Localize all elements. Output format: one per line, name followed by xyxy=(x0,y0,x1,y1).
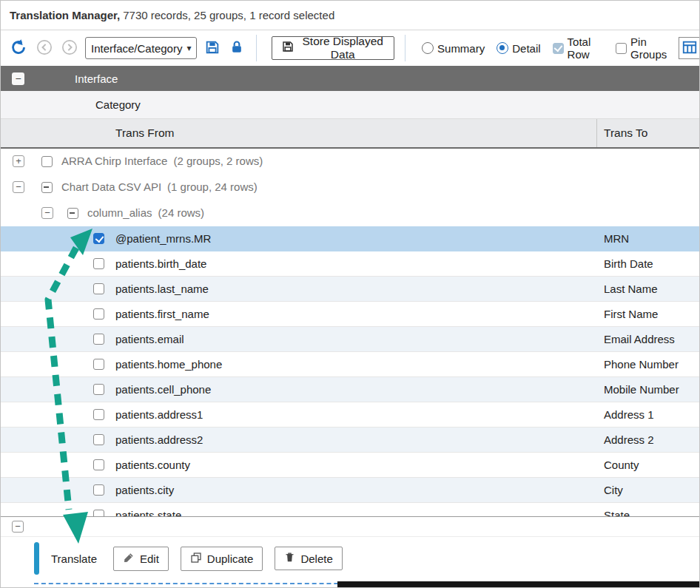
trans-to-cell: City xyxy=(604,484,623,496)
row-checkbox[interactable] xyxy=(93,484,104,496)
group-checkbox[interactable] xyxy=(41,156,53,167)
interface-collapse-toggle[interactable]: − xyxy=(12,72,24,85)
trans-to-cell: Address 1 xyxy=(604,408,654,421)
table-row[interactable]: patients.county County xyxy=(1,453,699,478)
trans-from-cell: patients.county xyxy=(115,459,190,471)
row-checkbox[interactable] xyxy=(93,459,104,470)
group-row-arra-chirp[interactable]: + ARRA Chirp Interface(2 groups, 2 rows) xyxy=(1,149,699,175)
table-grid-icon xyxy=(682,39,698,58)
table-row[interactable]: patients.last_name Last Name xyxy=(1,277,699,302)
footer-collapse-bar: − xyxy=(1,516,699,537)
store-button-label: Store Displayed Data xyxy=(300,35,385,61)
group-meta: (2 groups, 2 rows) xyxy=(173,155,263,167)
table-row[interactable]: patients.cell_phone Mobile Number xyxy=(1,377,699,402)
trans-to-cell: MRN xyxy=(604,232,629,245)
save-button[interactable] xyxy=(203,38,222,59)
trans-from-cell: patients.state xyxy=(115,509,181,516)
undo-button[interactable] xyxy=(8,37,29,60)
group-meta: (1 group, 24 rows) xyxy=(167,180,258,193)
app-title: Translation Manager, xyxy=(10,9,120,21)
group-checkbox-indeterminate[interactable] xyxy=(41,182,53,193)
collapse-toggle-icon[interactable]: − xyxy=(41,207,53,219)
row-checkbox[interactable] xyxy=(93,409,104,420)
row-checkbox[interactable] xyxy=(93,334,104,345)
row-checkbox[interactable] xyxy=(93,308,104,320)
total-row-checkbox[interactable]: Total Row xyxy=(553,36,605,61)
view-mode-value: Interface/Category xyxy=(91,42,182,55)
trans-from-cell: patients.address1 xyxy=(115,408,203,421)
trans-from-cell: patients.last_name xyxy=(115,283,209,295)
trans-to-cell: Address 2 xyxy=(604,433,654,446)
checkbox-checked-icon xyxy=(553,43,564,54)
store-displayed-data-button[interactable]: Store Displayed Data xyxy=(272,36,394,60)
group-checkbox-indeterminate[interactable] xyxy=(67,208,78,219)
expand-toggle-icon[interactable]: + xyxy=(13,155,24,167)
back-button[interactable] xyxy=(35,38,54,59)
group-row-chart-data-csv-api[interactable]: − Chart Data CSV API(1 group, 24 rows) xyxy=(1,175,699,200)
detail-radio[interactable]: Detail xyxy=(497,42,540,55)
trans-to-cell: Phone Number xyxy=(604,358,679,371)
trans-to-cell: Last Name xyxy=(604,283,658,295)
table-layout-button[interactable] xyxy=(679,37,700,59)
footer-collapse-toggle[interactable]: − xyxy=(12,521,24,533)
forward-button[interactable] xyxy=(60,38,79,59)
trans-to-cell: First Name xyxy=(604,308,658,320)
row-checkbox-checked[interactable] xyxy=(93,233,104,244)
col-header-trans-to[interactable]: Trans To xyxy=(604,126,647,140)
row-checkbox[interactable] xyxy=(93,434,104,445)
collapse-toggle-icon[interactable]: − xyxy=(13,181,24,193)
row-checkbox[interactable] xyxy=(93,384,104,395)
back-icon xyxy=(36,39,53,58)
category-group-header: Category xyxy=(1,91,699,119)
edit-button[interactable]: Edit xyxy=(113,547,169,571)
row-checkbox[interactable] xyxy=(93,359,104,370)
trans-to-cell: Mobile Number xyxy=(604,383,679,396)
interface-group-header: − Interface xyxy=(1,66,699,91)
table-row[interactable]: patients.first_name First Name xyxy=(1,302,699,327)
lock-button[interactable] xyxy=(228,38,246,58)
radio-icon xyxy=(422,42,434,54)
column-divider xyxy=(596,119,597,147)
toolbar-separator xyxy=(405,35,405,61)
trans-to-cell: Birth Date xyxy=(604,257,653,270)
translate-panel-label: Translate xyxy=(51,552,97,565)
table-row[interactable]: patients.state State xyxy=(1,503,699,516)
row-checkbox[interactable] xyxy=(93,283,104,294)
group-row-column-alias[interactable]: − column_alias(24 rows) xyxy=(1,200,699,226)
group-label: column_alias xyxy=(87,206,152,219)
delete-button[interactable]: Delete xyxy=(275,547,342,570)
view-mode-select[interactable]: Interface/Category ▾ xyxy=(85,37,197,59)
trans-from-cell: patients.cell_phone xyxy=(115,383,211,396)
toolbar-separator xyxy=(256,35,257,61)
trash-icon xyxy=(284,552,295,565)
table-row[interactable]: patients.email Email Address xyxy=(1,327,699,352)
col-header-trans-from[interactable]: Trans From xyxy=(115,126,175,140)
row-checkbox[interactable] xyxy=(93,258,104,269)
table-row[interactable]: patients.address1 Address 1 xyxy=(1,402,699,428)
group-label: Chart Data CSV API xyxy=(61,180,161,193)
translate-panel: Translate Edit Duplicate Delete xyxy=(34,537,360,584)
group-meta: (24 rows) xyxy=(158,206,205,219)
trans-from-cell: patients.email xyxy=(115,333,184,345)
toolbar: Interface/Category ▾ Store Displayed Dat… xyxy=(1,30,699,66)
trans-to-cell: Email Address xyxy=(604,333,675,345)
table-row[interactable]: patients.address2 Address 2 xyxy=(1,428,699,453)
table-row[interactable]: patients.city City xyxy=(1,478,699,503)
table-row[interactable]: patients.home_phone Phone Number xyxy=(1,352,699,377)
table-row[interactable]: patients.birth_date Birth Date xyxy=(1,251,699,277)
radio-selected-icon xyxy=(497,42,508,54)
undo-icon xyxy=(10,38,27,58)
trans-from-cell: @patient_mrns.MR xyxy=(115,232,211,245)
pin-groups-checkbox[interactable]: Pin Groups xyxy=(616,36,673,61)
panel-accent-bar xyxy=(34,542,39,575)
summary-radio[interactable]: Summary xyxy=(422,42,485,55)
translation-grid: + ARRA Chirp Interface(2 groups, 2 rows)… xyxy=(1,149,699,516)
duplicate-icon xyxy=(190,552,202,566)
trans-to-cell: State xyxy=(604,509,630,516)
duplicate-button[interactable]: Duplicate xyxy=(181,547,263,571)
row-checkbox[interactable] xyxy=(93,510,104,516)
duplicate-button-label: Duplicate xyxy=(207,552,254,565)
checkbox-icon xyxy=(616,43,627,54)
table-row-selected[interactable]: @patient_mrns.MR MRN xyxy=(1,226,699,251)
pin-groups-label: Pin Groups xyxy=(630,36,673,61)
